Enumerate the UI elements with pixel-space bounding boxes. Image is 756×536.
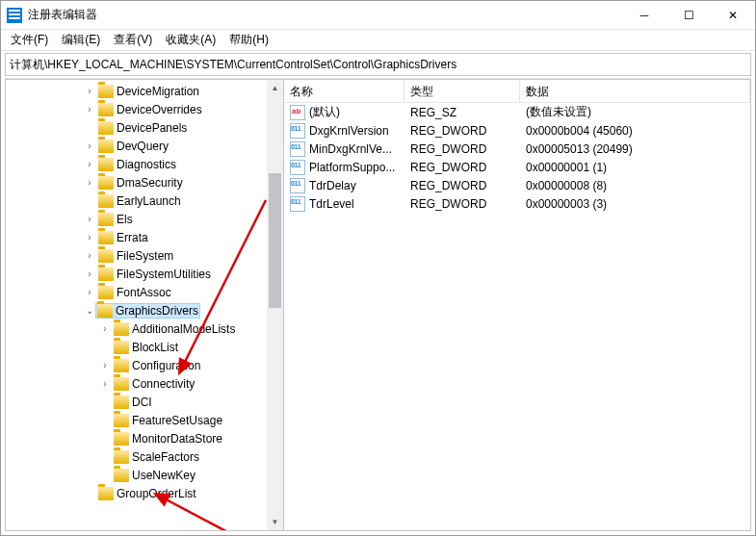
value-row[interactable]: (默认)REG_SZ(数值未设置) bbox=[284, 103, 750, 121]
window-controls: ─ ☐ ✕ bbox=[622, 1, 755, 29]
tree-item-label: MonitorDataStore bbox=[132, 432, 222, 446]
tree-item-deviceoverrides[interactable]: ›DeviceOverrides bbox=[6, 100, 283, 118]
tree-pane[interactable]: ›DeviceMigration›DeviceOverridesDevicePa… bbox=[5, 79, 284, 531]
dword-value-icon bbox=[290, 123, 305, 139]
chevron-right-icon[interactable]: › bbox=[83, 103, 96, 116]
header-name[interactable]: 名称 bbox=[284, 80, 404, 102]
value-row[interactable]: DxgKrnlVersionREG_DWORD0x0000b004 (45060… bbox=[284, 121, 750, 140]
scroll-thumb[interactable] bbox=[269, 173, 281, 308]
tree-item-configuration[interactable]: ›Configuration bbox=[6, 356, 283, 374]
app-icon bbox=[7, 8, 22, 23]
folder-icon bbox=[98, 487, 114, 500]
tree-item-label: BlockList bbox=[132, 341, 178, 354]
header-type[interactable]: 类型 bbox=[404, 80, 520, 102]
tree-item-blocklist[interactable]: BlockList bbox=[6, 338, 283, 356]
registry-editor-window: 注册表编辑器 ─ ☐ ✕ 文件(F) 编辑(E) 查看(V) 收藏夹(A) 帮助… bbox=[0, 0, 756, 536]
folder-icon bbox=[98, 176, 114, 190]
tree-item-label: DeviceMigration bbox=[117, 85, 199, 98]
tree-item-additionalmodelists[interactable]: ›AdditionalModeLists bbox=[6, 319, 283, 338]
tree-item-diagnostics[interactable]: ›Diagnostics bbox=[6, 155, 283, 173]
tree-item-devicemigration[interactable]: ›DeviceMigration bbox=[6, 82, 283, 100]
titlebar: 注册表编辑器 ─ ☐ ✕ bbox=[1, 1, 755, 30]
list-body: (默认)REG_SZ(数值未设置)DxgKrnlVersionREG_DWORD… bbox=[284, 103, 750, 213]
value-type: REG_DWORD bbox=[406, 142, 522, 156]
tree-item-label: FontAssoc bbox=[117, 286, 171, 299]
tree-item-devquery[interactable]: ›DevQuery bbox=[6, 137, 283, 155]
minimize-button[interactable]: ─ bbox=[622, 1, 666, 29]
chevron-right-icon[interactable]: › bbox=[83, 286, 96, 299]
chevron-right-icon[interactable]: › bbox=[83, 249, 96, 263]
value-data: 0x00000003 (3) bbox=[522, 197, 748, 211]
chevron-right-icon bbox=[98, 469, 112, 482]
tree-item-featuresetusage[interactable]: FeatureSetUsage bbox=[6, 411, 283, 429]
chevron-right-icon bbox=[98, 414, 112, 427]
tree-item-label: DeviceOverrides bbox=[117, 103, 202, 116]
values-pane[interactable]: 名称 类型 数据 (默认)REG_SZ(数值未设置)DxgKrnlVersion… bbox=[284, 79, 751, 531]
menu-favorites[interactable]: 收藏夹(A) bbox=[160, 30, 222, 50]
tree-item-dmasecurity[interactable]: ›DmaSecurity bbox=[6, 173, 283, 191]
tree-item-fontassoc[interactable]: ›FontAssoc bbox=[6, 283, 283, 301]
tree-item-scalefactors[interactable]: ScaleFactors bbox=[6, 447, 283, 466]
value-row[interactable]: TdrDelayREG_DWORD0x00000008 (8) bbox=[284, 176, 750, 194]
menu-help[interactable]: 帮助(H) bbox=[223, 30, 274, 50]
tree-item-graphicsdrivers[interactable]: ⌄GraphicsDrivers bbox=[6, 301, 283, 319]
value-row[interactable]: TdrLevelREG_DWORD0x00000003 (3) bbox=[284, 194, 750, 213]
address-bar[interactable]: 计算机\HKEY_LOCAL_MACHINE\SYSTEM\CurrentCon… bbox=[5, 53, 751, 76]
address-path: 计算机\HKEY_LOCAL_MACHINE\SYSTEM\CurrentCon… bbox=[10, 57, 456, 73]
value-data: 0x0000b004 (45060) bbox=[522, 124, 748, 138]
scroll-down-button[interactable]: ▼ bbox=[267, 514, 283, 530]
maximize-button[interactable]: ☐ bbox=[666, 1, 711, 29]
chevron-right-icon[interactable]: › bbox=[83, 85, 96, 98]
tree-item-filesystem[interactable]: ›FileSystem bbox=[6, 246, 283, 265]
value-data: (数值未设置) bbox=[522, 104, 748, 120]
menu-file[interactable]: 文件(F) bbox=[5, 30, 54, 50]
tree-item-label: DevicePanels bbox=[117, 121, 187, 135]
tree-item-label: Connectivity bbox=[132, 377, 195, 391]
value-type: REG_DWORD bbox=[406, 197, 522, 211]
folder-icon bbox=[97, 304, 113, 318]
tree-item-devicepanels[interactable]: DevicePanels bbox=[6, 118, 283, 137]
chevron-right-icon[interactable]: › bbox=[98, 322, 112, 336]
chevron-right-icon[interactable]: › bbox=[83, 231, 96, 244]
tree-item-connectivity[interactable]: ›Connectivity bbox=[6, 374, 283, 393]
value-row[interactable]: MinDxgKrnlVe...REG_DWORD0x00005013 (2049… bbox=[284, 140, 750, 158]
scroll-up-button[interactable]: ▲ bbox=[267, 80, 283, 96]
tree-item-els[interactable]: ›Els bbox=[6, 210, 283, 228]
chevron-right-icon[interactable]: › bbox=[83, 140, 96, 153]
menubar: 文件(F) 编辑(E) 查看(V) 收藏夹(A) 帮助(H) bbox=[1, 30, 755, 51]
chevron-right-icon[interactable]: › bbox=[98, 359, 112, 372]
value-data: 0x00005013 (20499) bbox=[522, 142, 748, 156]
tree-item-grouporderlist[interactable]: GroupOrderList bbox=[6, 484, 283, 502]
folder-icon bbox=[114, 359, 129, 372]
tree-item-label: DevQuery bbox=[117, 140, 169, 153]
menu-edit[interactable]: 编辑(E) bbox=[56, 30, 106, 50]
chevron-right-icon[interactable]: › bbox=[83, 268, 96, 281]
folder-icon bbox=[114, 450, 129, 464]
folder-icon bbox=[98, 103, 114, 116]
close-button[interactable]: ✕ bbox=[711, 1, 755, 29]
chevron-right-icon[interactable]: › bbox=[83, 213, 96, 226]
tree-item-label: UseNewKey bbox=[132, 469, 196, 482]
chevron-right-icon bbox=[98, 396, 112, 409]
tree-item-dci[interactable]: DCI bbox=[6, 393, 283, 411]
chevron-right-icon bbox=[83, 487, 96, 500]
value-name: DxgKrnlVersion bbox=[309, 124, 389, 138]
tree-item-usenewkey[interactable]: UseNewKey bbox=[6, 466, 283, 484]
scroll-track[interactable] bbox=[267, 96, 283, 514]
chevron-right-icon[interactable]: › bbox=[98, 377, 112, 391]
chevron-down-icon[interactable]: ⌄ bbox=[83, 304, 96, 318]
chevron-right-icon[interactable]: › bbox=[83, 158, 96, 171]
tree-item-filesystemutilities[interactable]: ›FileSystemUtilities bbox=[6, 265, 283, 283]
folder-icon bbox=[114, 322, 129, 336]
tree-item-label: FileSystemUtilities bbox=[117, 268, 211, 281]
menu-view[interactable]: 查看(V) bbox=[108, 30, 158, 50]
folder-icon bbox=[98, 158, 114, 171]
tree-item-errata[interactable]: ›Errata bbox=[6, 228, 283, 246]
content-area: ›DeviceMigration›DeviceOverridesDevicePa… bbox=[5, 78, 751, 531]
chevron-right-icon[interactable]: › bbox=[83, 176, 96, 190]
tree-item-earlylaunch[interactable]: EarlyLaunch bbox=[6, 191, 283, 210]
value-row[interactable]: PlatformSuppo...REG_DWORD0x00000001 (1) bbox=[284, 158, 750, 176]
tree-item-monitordatastore[interactable]: MonitorDataStore bbox=[6, 429, 283, 447]
tree-scrollbar[interactable]: ▲ ▼ bbox=[267, 80, 283, 530]
header-data[interactable]: 数据 bbox=[520, 80, 750, 102]
